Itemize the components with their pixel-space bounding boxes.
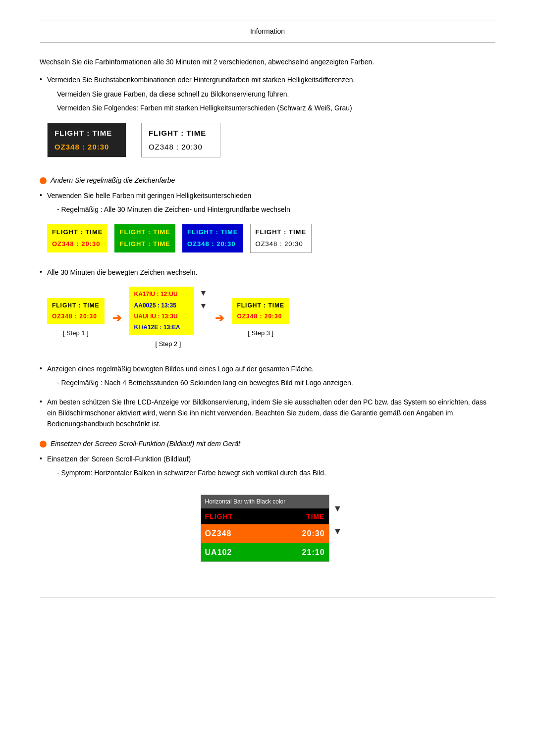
step2-line4: KI /A12E : 13:ΕΛ bbox=[134, 323, 189, 332]
step3-label: [ Step 3 ] bbox=[248, 328, 273, 339]
intro-para1: Wechseln Sie die Farbinformationen alle … bbox=[40, 56, 495, 67]
color-boxes-row: FLIGHT : TIME OZ348 : 20:30 FLIGHT : TIM… bbox=[47, 224, 495, 253]
step1-container: FLIGHT : TIME OZ348 : 20:30 [ Step 1 ] bbox=[47, 298, 105, 339]
intro-para3: Vermeiden Sie Folgendes: Farben mit star… bbox=[57, 102, 495, 113]
color-box-white: FLIGHT : TIME OZ348 : 20:30 bbox=[250, 224, 312, 253]
demo1-dark-data: OZ348 : 20:30 bbox=[54, 141, 119, 153]
hbar-title-bar: Horizontal Bar with Black color bbox=[201, 495, 329, 508]
hbar-row1-time: 20:30 bbox=[265, 527, 325, 540]
page-title: Information bbox=[40, 20, 495, 43]
color-box-blue-data: OZ348 : 20:30 bbox=[187, 239, 238, 250]
step3-box: FLIGHT : TIME OZ348 : 20:30 bbox=[232, 298, 289, 324]
section2-sub1: - Regelmäßig : Alle 30 Minuten die Zeich… bbox=[57, 204, 495, 215]
section2: Ändern Sie regelmäßig die Zeichenfarbe •… bbox=[40, 176, 495, 430]
bullet-dot: • bbox=[40, 191, 42, 199]
step3-data: OZ348 : 20:30 bbox=[237, 312, 284, 321]
down-arrow-bottom: ▼ bbox=[200, 300, 208, 312]
intro-para2: Vermeiden Sie graue Farben, da diese sch… bbox=[57, 89, 495, 100]
hbar-wrapper: Horizontal Bar with Black color FLIGHT T… bbox=[47, 487, 495, 570]
section2-heading: Ändern Sie regelmäßig die Zeichenfarbe bbox=[51, 176, 175, 184]
step1-header: FLIGHT : TIME bbox=[52, 301, 100, 310]
hbar-row2: UA102 21:10 bbox=[201, 543, 329, 562]
step2-label: [ Step 2 ] bbox=[155, 339, 181, 350]
step2-down-arrows: ▼ ▼ bbox=[200, 287, 208, 312]
color-box-green-header: FLIGHT : TIME bbox=[119, 227, 170, 238]
step2-line1: KA17IU : 12:UU bbox=[134, 290, 189, 299]
section4-sub1: - Regelmäßig : Nach 4 Betriebsstunden 60… bbox=[57, 377, 495, 388]
hbar-box: Horizontal Bar with Black color FLIGHT T… bbox=[201, 495, 329, 562]
hbar-arrow-top: ▼ bbox=[333, 502, 342, 516]
down-arrow-top: ▼ bbox=[200, 287, 208, 300]
color-box-white-header: FLIGHT : TIME bbox=[256, 227, 307, 238]
bullet-dot: • bbox=[40, 398, 42, 405]
demo1-light-header: FLIGHT : TIME bbox=[149, 127, 213, 139]
color-box-yellow-header: FLIGHT : TIME bbox=[52, 227, 103, 238]
orange-bullet-icon bbox=[40, 177, 47, 184]
section4-text: Anzeigen eines regelmäßig bewegten Bilde… bbox=[47, 363, 495, 374]
section3-bullet1-text: Alle 30 Minuten die bewegten Zeichen wec… bbox=[47, 267, 495, 278]
step2-box: KA17IU : 12:UU AA0025 : 13:35 UAUI IU : … bbox=[129, 287, 194, 335]
section2-heading-row: Ändern Sie regelmäßig die Zeichenfarbe bbox=[40, 176, 495, 184]
section6-bullet1-text: Einsetzen der Screen Scroll-Funktion (Bi… bbox=[47, 454, 495, 464]
bullet-dot: • bbox=[40, 75, 42, 83]
section4-bullet: • Anzeigen eines regelmäßig bewegten Bil… bbox=[40, 363, 495, 392]
section6-sub1: - Symptom: Horizontaler Balken in schwar… bbox=[57, 467, 495, 478]
step3-header: FLIGHT : TIME bbox=[237, 301, 284, 310]
color-box-yellow-data: OZ348 : 20:30 bbox=[52, 239, 103, 250]
color-box-white-data: OZ348 : 20:30 bbox=[256, 239, 307, 250]
bullet-dot: • bbox=[40, 454, 42, 462]
demo1-dark-box: FLIGHT : TIME OZ348 : 20:30 bbox=[47, 123, 126, 157]
hbar-header-flight: FLIGHT bbox=[205, 511, 265, 522]
step1-box: FLIGHT : TIME OZ348 : 20:30 bbox=[47, 298, 105, 324]
intro-section: Wechseln Sie die Farbinformationen alle … bbox=[40, 56, 495, 166]
bullet-dot: • bbox=[40, 364, 42, 372]
color-box-blue-header: FLIGHT : TIME bbox=[187, 227, 238, 238]
arrow-right-2: ➔ bbox=[215, 309, 224, 327]
demo1-row: FLIGHT : TIME OZ348 : 20:30 FLIGHT : TIM… bbox=[47, 123, 495, 157]
demo1-light-data: OZ348 : 20:30 bbox=[149, 141, 213, 153]
step2-line3: UAUI IU : 13:3U bbox=[134, 312, 189, 321]
hbar-row1: OZ348 20:30 bbox=[201, 524, 329, 543]
section6: Einsetzen der Screen Scroll-Funktion (Bi… bbox=[40, 440, 495, 578]
step2-container: KA17IU : 12:UU AA0025 : 13:35 UAUI IU : … bbox=[129, 287, 208, 350]
step2-line2: AA0025 : 13:35 bbox=[134, 301, 189, 310]
page-container: Information Wechseln Sie die Farbinforma… bbox=[0, 0, 535, 618]
hbar-header-row: FLIGHT TIME bbox=[201, 508, 329, 524]
section2-bullet1: • Verwenden Sie helle Farben mit geringe… bbox=[40, 190, 495, 262]
step1-data: OZ348 : 20:30 bbox=[52, 312, 100, 321]
hbar-title-text: Horizontal Bar with Black color bbox=[205, 497, 286, 506]
section6-heading: Einsetzen der Screen Scroll-Funktion (Bi… bbox=[51, 440, 240, 448]
section5-text: Am besten schützen Sie Ihre LCD-Anzeige … bbox=[47, 397, 495, 430]
orange-bullet-icon-2 bbox=[40, 441, 47, 448]
section6-bullet1: • Einsetzen der Screen Scroll-Funktion (… bbox=[40, 454, 495, 578]
section5-bullet: • Am besten schützen Sie Ihre LCD-Anzeig… bbox=[40, 397, 495, 430]
hbar-arrow-bottom: ▼ bbox=[333, 524, 342, 539]
bullet-dot: • bbox=[40, 268, 42, 276]
demo1-light-box: FLIGHT : TIME OZ348 : 20:30 bbox=[141, 123, 220, 157]
page-bottom-line bbox=[40, 598, 495, 598]
color-box-blue: FLIGHT : TIME OZ348 : 20:30 bbox=[182, 224, 243, 252]
arrow-right-1: ➔ bbox=[112, 309, 121, 327]
hbar-row2-flight: UA102 bbox=[205, 546, 265, 559]
hbar-right-arrows: ▼ ▼ bbox=[333, 487, 342, 539]
hbar-row2-time: 21:10 bbox=[265, 546, 325, 559]
step2-inner: KA17IU : 12:UU AA0025 : 13:35 UAUI IU : … bbox=[129, 287, 208, 335]
demo1-dark-header: FLIGHT : TIME bbox=[54, 127, 119, 139]
color-box-yellow: FLIGHT : TIME OZ348 : 20:30 bbox=[47, 224, 108, 252]
step1-label: [ Step 1 ] bbox=[63, 328, 89, 339]
steps-row: FLIGHT : TIME OZ348 : 20:30 [ Step 1 ] ➔… bbox=[47, 287, 495, 350]
section6-heading-row: Einsetzen der Screen Scroll-Funktion (Bi… bbox=[40, 440, 495, 448]
color-box-green: FLIGHT : TIME FLIGHT : TIME bbox=[114, 224, 175, 252]
hbar-header-time: TIME bbox=[265, 511, 325, 522]
step3-container: FLIGHT : TIME OZ348 : 20:30 [ Step 3 ] bbox=[232, 298, 289, 339]
section3-bullet1: • Alle 30 Minuten die bewegten Zeichen w… bbox=[40, 267, 495, 358]
hbar-row1-flight: OZ348 bbox=[205, 527, 265, 540]
intro-bullet1: • Vermeiden Sie Buchstabenkombinationen … bbox=[40, 74, 495, 166]
color-box-green-data: FLIGHT : TIME bbox=[119, 239, 170, 250]
intro-bullet1-text: Vermeiden Sie Buchstabenkombinationen od… bbox=[47, 76, 355, 84]
section2-bullet1-text: Verwenden Sie helle Farben mit geringen … bbox=[47, 190, 495, 201]
hbar-with-arrows: Horizontal Bar with Black color FLIGHT T… bbox=[201, 487, 342, 570]
